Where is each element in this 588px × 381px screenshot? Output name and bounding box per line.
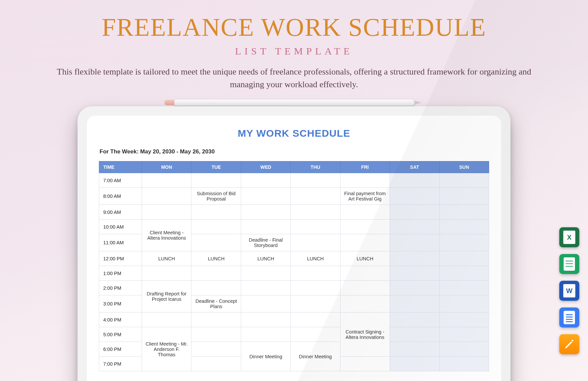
table-row: 9:00 AM bbox=[99, 205, 489, 220]
cell bbox=[241, 281, 290, 295]
col-mon: MON bbox=[142, 161, 191, 173]
gsheets-glyph bbox=[564, 257, 575, 271]
cell bbox=[291, 234, 340, 251]
cell bbox=[291, 205, 340, 220]
cell bbox=[191, 327, 241, 342]
cell-weekend bbox=[439, 234, 489, 251]
word-icon[interactable]: W bbox=[559, 281, 579, 301]
document-title: MY WORK SCHEDULE bbox=[99, 128, 489, 139]
time-cell: 1:00 PM bbox=[99, 266, 142, 281]
cell bbox=[241, 205, 290, 220]
cell-weekend bbox=[390, 266, 439, 281]
cell bbox=[241, 220, 290, 234]
cell bbox=[241, 173, 290, 188]
cell bbox=[142, 173, 191, 188]
cell-weekend bbox=[439, 251, 489, 266]
document-week-range: For The Week: May 20, 2030 - May 26, 203… bbox=[100, 148, 489, 155]
format-icon-list: X W bbox=[559, 227, 579, 354]
gdocs-glyph bbox=[564, 311, 575, 324]
cell bbox=[241, 295, 290, 312]
time-cell: 7:00 PM bbox=[99, 357, 142, 371]
cell bbox=[291, 173, 340, 188]
schedule-header-row: TIME MON TUE WED THU FRI SAT SUN bbox=[99, 161, 489, 173]
cell bbox=[241, 266, 290, 281]
cell-weekend bbox=[439, 295, 489, 312]
cell bbox=[291, 281, 340, 295]
event-cell: Contract Signing - Altera Innovations bbox=[340, 312, 390, 357]
word-glyph: W bbox=[563, 284, 575, 297]
time-cell: 9:00 AM bbox=[99, 205, 142, 220]
cell bbox=[241, 188, 290, 205]
table-row: 2:00 PM Drafting Report for Project Icar… bbox=[99, 281, 489, 295]
cell bbox=[340, 295, 390, 312]
cell bbox=[340, 281, 390, 295]
cell bbox=[340, 234, 390, 251]
table-row: 7:00 AM bbox=[99, 173, 489, 188]
event-cell: Submission of Bid Proposal bbox=[191, 188, 241, 205]
cell-weekend bbox=[390, 295, 439, 312]
col-tue: TUE bbox=[191, 161, 241, 173]
event-cell: Dinner Meeting bbox=[291, 342, 340, 371]
cell-weekend bbox=[390, 312, 439, 327]
col-sat: SAT bbox=[390, 161, 439, 173]
cell-weekend bbox=[390, 357, 439, 371]
table-row: 4:00 PM Contract Signing - Altera Innova… bbox=[99, 312, 489, 327]
google-docs-icon[interactable] bbox=[559, 307, 579, 328]
cell-weekend bbox=[439, 188, 489, 205]
excel-icon[interactable]: X bbox=[559, 227, 579, 247]
cell bbox=[291, 295, 340, 312]
tablet-frame: MY WORK SCHEDULE For The Week: May 20, 2… bbox=[78, 106, 510, 381]
cell bbox=[291, 327, 340, 342]
cell-weekend bbox=[390, 234, 439, 251]
cell-weekend bbox=[390, 327, 439, 342]
cell bbox=[340, 220, 390, 234]
pen-icon bbox=[564, 339, 575, 350]
google-sheets-icon[interactable] bbox=[559, 254, 579, 274]
apple-pages-icon[interactable] bbox=[559, 334, 579, 354]
cell-weekend bbox=[439, 205, 489, 220]
cell bbox=[291, 220, 340, 234]
time-cell: 7:00 AM bbox=[99, 173, 142, 188]
cell bbox=[191, 357, 241, 371]
time-cell: 5:00 PM bbox=[99, 327, 142, 342]
cell bbox=[340, 205, 390, 220]
cell bbox=[142, 205, 191, 220]
event-cell: Deadline - Final Storyboard bbox=[241, 234, 290, 251]
col-wed: WED bbox=[241, 161, 290, 173]
cell-weekend bbox=[439, 342, 489, 357]
excel-glyph: X bbox=[563, 231, 575, 244]
cell bbox=[191, 312, 241, 327]
cell-weekend bbox=[439, 266, 489, 281]
cell-weekend bbox=[390, 173, 439, 188]
time-cell: 11:00 AM bbox=[99, 234, 142, 251]
cell bbox=[191, 220, 241, 234]
table-row: 5:00 PM Client Meeting - Mr. Anderson F.… bbox=[99, 327, 489, 342]
cell bbox=[291, 266, 340, 281]
cell-weekend bbox=[390, 220, 439, 234]
event-cell: LUNCH bbox=[241, 251, 290, 266]
cell-weekend bbox=[390, 188, 439, 205]
cell bbox=[291, 188, 340, 205]
cell-weekend bbox=[390, 281, 439, 295]
cell-weekend bbox=[390, 342, 439, 357]
time-cell: 3:00 PM bbox=[99, 295, 142, 312]
cell bbox=[241, 312, 290, 327]
event-cell: LUNCH bbox=[142, 251, 191, 266]
cell bbox=[191, 281, 241, 295]
cell bbox=[142, 188, 191, 205]
col-time: TIME bbox=[99, 161, 142, 173]
hero-title: FREELANCE WORK SCHEDULE bbox=[0, 13, 588, 42]
table-row: 12:00 PM LUNCH LUNCH LUNCH LUNCH LUNCH bbox=[99, 251, 489, 266]
cell bbox=[340, 266, 390, 281]
cell bbox=[142, 266, 191, 281]
cell-weekend bbox=[439, 281, 489, 295]
event-cell: Client Meeting - Mr. Anderson F. Thomas bbox=[142, 327, 191, 371]
time-cell: 10:00 AM bbox=[99, 220, 142, 234]
time-cell: 4:00 PM bbox=[99, 312, 142, 327]
cell bbox=[340, 173, 390, 188]
cell bbox=[142, 312, 191, 327]
cell-weekend bbox=[439, 357, 489, 371]
time-cell: 2:00 PM bbox=[99, 281, 142, 295]
cell-weekend bbox=[439, 220, 489, 234]
cell bbox=[191, 342, 241, 357]
